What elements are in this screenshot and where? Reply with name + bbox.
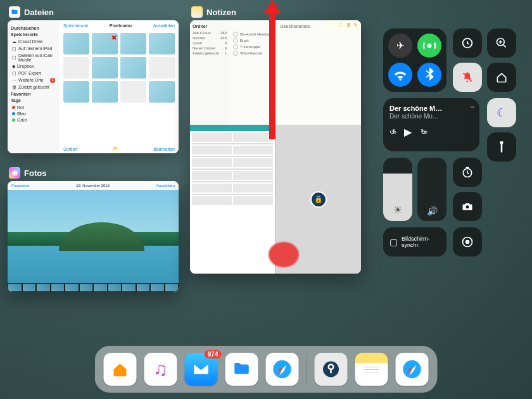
- file-tile[interactable]: [120, 33, 146, 54]
- dateien-card[interactable]: Durchsuchen Speicherorte ☁︎iCloud Drive …: [8, 20, 179, 153]
- notizen-sidebar: Ordner Alle iCloud282 Notizen265 GIGA8 N…: [190, 20, 229, 125]
- loc-pdf[interactable]: ▢PDF Expert: [11, 70, 56, 77]
- footer-edit[interactable]: Bearbeiten: [153, 147, 175, 151]
- media-widget[interactable]: ⎃ Der schöne M… Der schöne Mo… ↺30 ▶ ↻30: [383, 98, 479, 151]
- dock-1password-app[interactable]: [315, 353, 348, 386]
- fotos-back[interactable]: Fotomente: [11, 184, 30, 187]
- fotos-header: Fotomente 18. November 2016 Auswählen: [8, 181, 179, 190]
- tag-gruen[interactable]: Grün: [11, 117, 56, 123]
- notizen-ordner-heading: Ordner: [193, 24, 227, 28]
- loc-ipad[interactable]: ▢Auf meinem iPad: [11, 45, 56, 52]
- do-not-disturb-button[interactable]: ☾: [487, 98, 516, 127]
- rotation-lock-button[interactable]: [453, 28, 482, 58]
- bluetooth-toggle[interactable]: [417, 63, 441, 87]
- file-tile[interactable]: [149, 81, 175, 103]
- compose-icon[interactable]: ✎: [353, 22, 358, 27]
- checklist-item[interactable]: Wärmflasche: [233, 50, 357, 56]
- dateien-grid: ✖: [60, 30, 179, 105]
- file-tile[interactable]: [149, 57, 175, 79]
- checklist-item[interactable]: Bluetooth Headset: [233, 31, 357, 37]
- file-tile[interactable]: [63, 81, 89, 103]
- folder-row[interactable]: Notizen265: [193, 35, 227, 41]
- dateien-content: Speicherorte Pixelmator Auswählen ✖ Sort…: [60, 20, 179, 153]
- browser-pane[interactable]: [190, 125, 275, 274]
- dock-mail-app[interactable]: 974: [185, 353, 218, 386]
- section-tags: Tags: [11, 98, 56, 103]
- camera-button[interactable]: [453, 192, 482, 221]
- note-toolbar: ⤴🗑✎: [324, 20, 361, 29]
- airplane-toggle[interactable]: ✈: [388, 34, 412, 58]
- dock-home-app[interactable]: [104, 353, 137, 386]
- tag-blau[interactable]: Blau: [11, 110, 56, 117]
- checklist-item[interactable]: Tütensuppe: [233, 44, 357, 50]
- notes-app-icon: [191, 6, 203, 18]
- loc-icab[interactable]: ▢Dateien von iCab Mobile: [11, 52, 56, 63]
- checklist-item[interactable]: Buch: [233, 37, 357, 44]
- dock-safari-app[interactable]: [266, 353, 299, 386]
- screen-record-button[interactable]: [453, 227, 482, 256]
- dock-separator: [307, 354, 307, 384]
- loc-icloud[interactable]: ☁︎iCloud Drive: [11, 38, 56, 45]
- skip-fwd-icon[interactable]: ↻30: [421, 128, 426, 136]
- fotos-photo[interactable]: [8, 190, 179, 283]
- header-current: Pixelmator: [110, 23, 132, 28]
- dock-safari-recent[interactable]: [396, 353, 429, 386]
- wifi-toggle[interactable]: [388, 63, 412, 87]
- dock-music-app[interactable]: ♫: [144, 353, 177, 386]
- flashlight-button[interactable]: [487, 132, 516, 162]
- file-tile[interactable]: [92, 57, 118, 79]
- dateien-title-text: Dateien: [24, 8, 54, 17]
- zoom-button[interactable]: [487, 28, 516, 58]
- file-tile[interactable]: ✖: [92, 33, 118, 54]
- airplay-icon[interactable]: ⎃: [471, 103, 474, 110]
- file-tile[interactable]: [92, 81, 118, 103]
- file-tile[interactable]: [63, 57, 89, 79]
- svg-point-5: [466, 205, 469, 208]
- fotos-select[interactable]: Auswählen: [156, 184, 175, 187]
- folder-row[interactable]: Alle iCloud282: [193, 30, 227, 35]
- play-icon[interactable]: ▶: [404, 126, 412, 138]
- select-button[interactable]: Auswählen: [153, 23, 175, 28]
- cellular-toggle[interactable]: [417, 34, 441, 58]
- section-speicherorte: Speicherorte: [11, 32, 56, 37]
- share-icon[interactable]: ⤴: [339, 22, 345, 27]
- back-button[interactable]: Speicherorte: [63, 23, 89, 28]
- footer-sort[interactable]: Sortiert: [63, 147, 78, 151]
- mirror-label: Bildschirm-synchr.: [402, 236, 440, 248]
- loc-trash[interactable]: 🗑Zuletzt gelöscht: [11, 84, 56, 90]
- notizen-card-title: Notizen: [191, 6, 236, 18]
- dateien-card-title: Dateien: [9, 6, 54, 18]
- skip-back-icon[interactable]: ↺30: [390, 128, 395, 136]
- loc-more[interactable]: ⋯Weitere Orte1: [11, 77, 56, 84]
- connectivity-group: ✈: [383, 28, 446, 92]
- file-tile[interactable]: [63, 33, 89, 54]
- volume-slider[interactable]: 🔊: [417, 158, 446, 221]
- file-tile[interactable]: [120, 57, 146, 79]
- silent-button[interactable]: [453, 63, 482, 92]
- fotos-thumbstrip[interactable]: [8, 283, 179, 292]
- file-tile[interactable]: [149, 33, 175, 54]
- tag-rot[interactable]: Rot: [11, 104, 56, 110]
- file-tile[interactable]: [120, 81, 146, 103]
- folder-row[interactable]: Zuletzt gelöscht1: [193, 51, 227, 56]
- trash-icon[interactable]: 🗑: [346, 22, 352, 27]
- sidebar-heading: Durchsuchen: [11, 26, 56, 30]
- timer-button[interactable]: [453, 158, 482, 187]
- loc-dropbox[interactable]: ◆Dropbox: [11, 63, 56, 70]
- screen-mirror-button[interactable]: ▢ Bildschirm-synchr.: [383, 227, 446, 256]
- section-favoriten: Favoriten: [11, 92, 56, 96]
- folder-row[interactable]: Neuer Ordner9: [193, 46, 227, 51]
- mail-badge: 974: [205, 350, 222, 358]
- svg-point-7: [466, 240, 470, 244]
- fotos-card[interactable]: Fotomente 18. November 2016 Auswählen: [8, 181, 179, 292]
- dock-files-app[interactable]: [225, 353, 258, 386]
- fotos-date: 18. November 2016: [76, 184, 110, 187]
- dock-notes-app[interactable]: [355, 353, 388, 386]
- home-button[interactable]: [487, 63, 516, 92]
- media-title: Der schöne M…: [390, 104, 473, 112]
- folder-row[interactable]: GIGA8: [193, 41, 227, 46]
- brightness-slider[interactable]: ☀: [383, 158, 412, 221]
- dateien-footer: Sortiert 📁 Bearbeiten: [60, 144, 179, 153]
- volume-icon: 🔊: [417, 206, 446, 216]
- brightness-icon: ☀: [393, 204, 402, 216]
